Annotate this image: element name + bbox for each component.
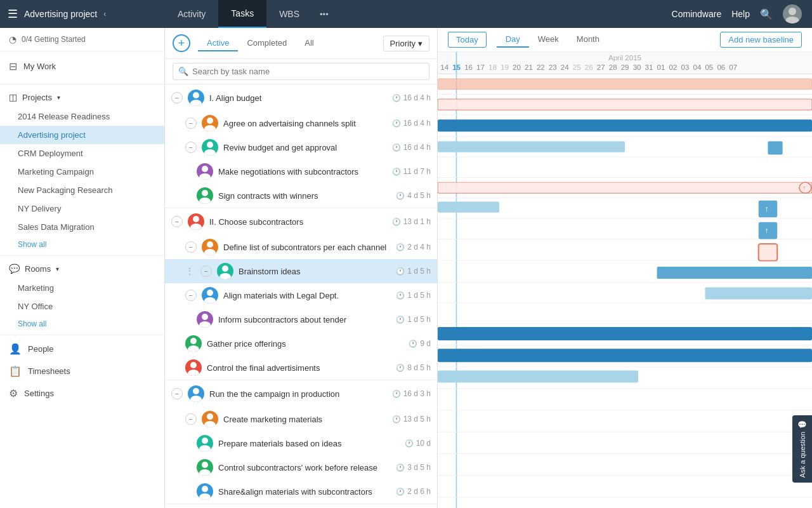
group2-name: II. Choose subcontractors	[209, 217, 387, 227]
svg-rect-90	[657, 267, 812, 279]
tab-all[interactable]: All	[296, 36, 322, 51]
svg-text:April 2015: April 2015	[608, 55, 641, 62]
sidebar-item-people[interactable]: 👤 People	[0, 338, 164, 360]
content-area: + Active Completed All Priority ▾ 🔍	[165, 28, 812, 508]
sidebar-section-main: ⊟ My Work	[0, 51, 164, 81]
task-row-informsub[interactable]: Inform subcontractors about tender 🕐 1 d…	[165, 307, 437, 331]
task-row-agreechannels[interactable]: − Agree on advertaising channels split 🕐…	[165, 111, 437, 135]
sidebar-item-newpackaging[interactable]: New Packaging Research	[0, 181, 164, 199]
collapse-definelist-button[interactable]: −	[185, 241, 197, 253]
sidebar-item-marketing-room[interactable]: Marketing	[0, 279, 164, 297]
task-signcontracts-duration: 🕐 4 d 5 h	[396, 191, 431, 200]
sidebar-item-timesheets[interactable]: 📋 Timesheets	[0, 360, 164, 382]
sidebar-item-settings[interactable]: ⚙ Settings	[0, 382, 164, 404]
task-group-header-1[interactable]: − I. Align budget 🕐 16 d 4 h	[165, 84, 437, 111]
task-group-header-2[interactable]: − II. Choose subcontractors 🕐 13 d 1 h	[165, 208, 437, 235]
collapse-group1-button[interactable]: −	[171, 92, 183, 104]
svg-text:01: 01	[657, 64, 665, 71]
collapse-reviwbudget-button[interactable]: −	[185, 142, 197, 153]
svg-point-0	[789, 8, 796, 15]
task-agreechannels-name: Agree on advertaising channels split	[223, 119, 387, 128]
task-row-controlwork[interactable]: Control subcontractors' work before rele…	[165, 455, 437, 479]
sidebar-item-nyoffice-room[interactable]: NY Office	[0, 297, 164, 316]
search-icon[interactable]: 🔍	[760, 8, 773, 20]
nav-back-icon[interactable]: ‹	[103, 10, 106, 18]
clock-icon7: 🕐	[396, 243, 405, 251]
tab-wbs[interactable]: WBS	[266, 0, 312, 28]
task-avatar-group3	[188, 385, 204, 402]
collapse-brainstorm-button[interactable]: −	[200, 265, 212, 277]
tab-activity[interactable]: Activity	[165, 0, 218, 28]
tab-active[interactable]: Active	[198, 36, 238, 51]
task-row-gatherprice[interactable]: Gather price offerings 🕐 9 d	[165, 331, 437, 356]
collapse-group3-button[interactable]: −	[171, 388, 183, 399]
more-tabs-icon[interactable]: •••	[312, 10, 336, 19]
gantt-view-week[interactable]: Week	[529, 32, 568, 48]
task-row-definelist[interactable]: − Define list of subcontrators per each …	[165, 235, 437, 259]
task-informsub-name: Inform subcontractors about tender	[218, 315, 391, 324]
svg-point-2	[193, 92, 199, 98]
priority-dropdown-icon: ▾	[418, 39, 422, 48]
ask-question-button[interactable]: 💬 Ask a question	[792, 415, 812, 483]
task-sharematerials-duration: 🕐 2 d 6 h	[396, 487, 431, 496]
search-input[interactable]	[192, 67, 424, 76]
gantt-view-month[interactable]: Month	[568, 32, 608, 48]
sidebar-item-crm[interactable]: CRM Deployment	[0, 144, 164, 163]
gantt-view-day[interactable]: Day	[497, 32, 529, 48]
task-row-reviwbudget[interactable]: − Reviw budget and get approval 🕐 16 d 4…	[165, 135, 437, 159]
add-task-button[interactable]: +	[173, 34, 190, 52]
task-row-preparematerials[interactable]: Prepare materials based on ideas 🕐 10 d	[165, 431, 437, 455]
today-button[interactable]: Today	[448, 32, 487, 48]
sidebar-item-mywork[interactable]: ⊟ My Work	[0, 55, 164, 77]
task-row-controlfinal[interactable]: Control the final advertisiments 🕐 8 d 5…	[165, 356, 437, 380]
collapse-alignlegal-button[interactable]: −	[185, 290, 197, 301]
task-group-header-3[interactable]: − Run the the campaign in production 🕐 1…	[165, 380, 437, 407]
main-layout: ◔ 0/4 Getting Started ⊟ My Work ◫ Projec…	[0, 28, 812, 508]
svg-rect-67	[438, 99, 812, 110]
task-row-createmarketing[interactable]: − Create marketing materials 🕐 13 d 5 h	[165, 407, 437, 431]
sidebar-item-2014release[interactable]: 2014 Release Readiness	[0, 107, 164, 126]
tab-completed[interactable]: Completed	[238, 36, 296, 51]
task-avatar-controlwork	[197, 459, 213, 476]
sidebar-item-marketing[interactable]: Marketing Campaign	[0, 163, 164, 181]
sidebar-rooms-header[interactable]: 💬 Rooms ▾	[0, 258, 164, 279]
priority-filter-button[interactable]: Priority ▾	[383, 36, 429, 51]
sidebar-projects-show-all[interactable]: Show all	[0, 236, 164, 253]
collapse-agreechannels-button[interactable]: −	[185, 117, 197, 129]
svg-text:↑: ↑	[802, 185, 806, 191]
help-link[interactable]: Help	[731, 9, 750, 19]
project-name[interactable]: Advertising project	[24, 9, 97, 19]
svg-point-28	[207, 413, 213, 420]
sidebar-rooms-show-all[interactable]: Show all	[0, 316, 164, 332]
sidebar-projects-header[interactable]: ◫ Projects ▾	[0, 87, 164, 107]
priority-label: Priority	[390, 39, 416, 48]
sidebar-item-advertising[interactable]: Advertising project	[0, 126, 164, 144]
collapse-createmarketing-button[interactable]: −	[185, 413, 197, 425]
sidebar-item-nydelivery[interactable]: NY Delivery	[0, 199, 164, 218]
svg-rect-96	[438, 349, 812, 362]
task-row-signcontracts[interactable]: Sign contracts with winners 🕐 4 d 5 h	[165, 184, 437, 208]
clock-icon12: 🕐	[396, 364, 405, 372]
task-row-alignlegal[interactable]: − Align materials with Legal Dept. 🕐 1 d…	[165, 283, 437, 307]
task-avatar-sharematerials	[197, 483, 213, 500]
task-row-brainstorm[interactable]: ⋮ − Brainstorm ideas 🕐 1 d 5 h	[165, 259, 437, 283]
task-avatar-group2	[188, 213, 204, 230]
top-nav-left: ☰ Advertising project ‹	[0, 7, 165, 21]
svg-point-9	[199, 173, 211, 180]
hamburger-icon[interactable]: ☰	[8, 7, 18, 21]
task-row-sharematerials[interactable]: Share&align materials with subcontractor…	[165, 479, 437, 504]
svg-text:28: 28	[609, 64, 617, 71]
collapse-group2-button[interactable]: −	[171, 216, 183, 227]
tab-tasks[interactable]: Tasks	[218, 0, 266, 28]
svg-point-23	[188, 345, 199, 352]
sidebar-item-salesmigration[interactable]: Sales Data Migration	[0, 218, 164, 236]
task-row-negotiations[interactable]: Make negotiations with subcontractors 🕐 …	[165, 159, 437, 184]
user-avatar[interactable]	[783, 4, 802, 23]
task-reviwbudget-name: Reviw budget and get approval	[223, 143, 387, 152]
clock-icon8: 🕐	[396, 267, 405, 276]
svg-text:21: 21	[525, 64, 533, 71]
add-baseline-button[interactable]: Add new baseline	[720, 32, 802, 48]
svg-text:16: 16	[464, 64, 473, 71]
svg-rect-88	[759, 244, 778, 261]
task-gatherprice-name: Gather price offerings	[207, 339, 403, 349]
